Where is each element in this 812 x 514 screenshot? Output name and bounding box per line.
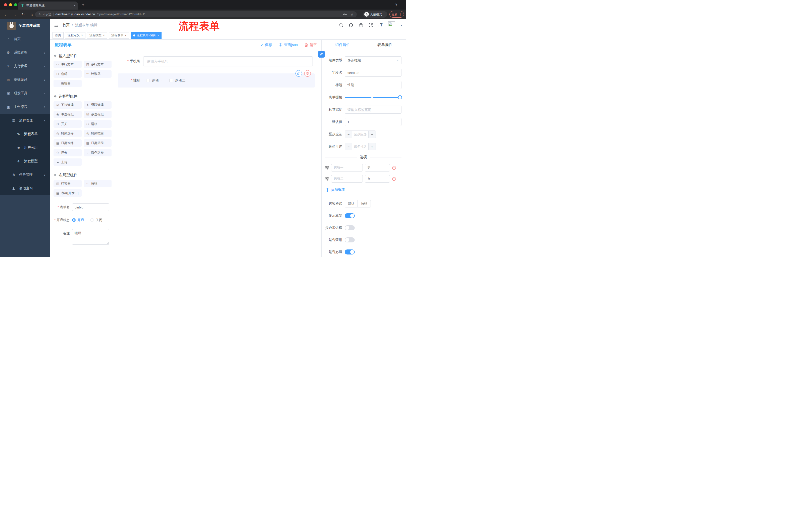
component-item[interactable]: ◫ 行容器 (54, 180, 82, 187)
collapse-sidebar-icon[interactable] (54, 23, 59, 27)
field-name-input[interactable] (345, 69, 402, 77)
delete-component-button[interactable] (304, 70, 311, 77)
tag[interactable]: 流程表单 × (109, 32, 129, 39)
font-size-icon[interactable]: TT (378, 23, 383, 27)
plus-button[interactable]: + (368, 143, 376, 150)
sidebar-item[interactable]: ⊞ 基础设施 ∨ (0, 73, 50, 86)
browser-tab[interactable]: 芋道管理系统 × (18, 1, 78, 9)
fullscreen-icon[interactable] (369, 23, 373, 27)
close-window-button[interactable] (4, 3, 7, 6)
sidebar-item[interactable]: ☻ 用户分组 (0, 141, 50, 154)
component-item[interactable]: ⊷ 滑块 (84, 120, 112, 128)
option-label-input[interactable] (331, 164, 363, 171)
sidebar-item[interactable]: ✎ 流程表单 (0, 127, 50, 141)
component-item[interactable]: ⊙ 开关 (54, 120, 82, 128)
tag-close-icon[interactable]: × (103, 34, 105, 37)
github-icon[interactable] (349, 23, 353, 28)
avatar[interactable] (388, 21, 395, 29)
option-value-input[interactable] (365, 164, 390, 171)
tag-close-icon[interactable]: × (157, 34, 159, 37)
tag[interactable]: 流程定义 × (65, 32, 85, 39)
question-icon[interactable] (359, 23, 363, 27)
panel-tab[interactable]: 组件属性 (322, 40, 364, 50)
tab-close-icon[interactable]: × (74, 4, 76, 7)
sidebar-item[interactable]: ⚙ 系统管理 ∨ (0, 46, 50, 59)
component-item[interactable]: ◷ 时间选择 (54, 130, 82, 137)
checkbox-option[interactable]: 选项一 (146, 78, 162, 83)
max-select-input[interactable] (352, 143, 368, 150)
reload-icon[interactable]: ↻ (21, 12, 26, 17)
component-type-select[interactable]: 多选框组 ∨ (345, 56, 402, 64)
label-width-input[interactable] (345, 106, 402, 114)
toggle-switch[interactable] (345, 213, 355, 218)
radio-option[interactable]: 关闭 (90, 218, 102, 222)
form-canvas[interactable]: 手机号 (115, 50, 321, 257)
avatar-caret-icon[interactable]: ▾ (401, 24, 402, 27)
forward-icon[interactable]: → (12, 12, 17, 17)
sidebar-item[interactable]: ⋔ 任务管理 ∨ (0, 168, 50, 182)
option-label-input[interactable] (331, 175, 363, 183)
grid-slider[interactable] (345, 93, 402, 101)
tag-close-icon[interactable]: × (125, 34, 127, 37)
default-value-input[interactable] (345, 118, 402, 126)
breadcrumb-home[interactable]: 首页 (63, 23, 69, 27)
clear-button[interactable]: 清空 (304, 43, 317, 47)
phone-field[interactable]: 手机号 (122, 56, 313, 66)
bookmark-star-icon[interactable]: ☆ (350, 12, 354, 17)
tag-close-icon[interactable]: × (81, 34, 83, 37)
drag-handle-icon[interactable] (325, 177, 329, 181)
add-option-button[interactable]: 添加选项 (326, 188, 402, 192)
component-item[interactable]: ⋔ 级联选择 (84, 101, 112, 109)
minimize-window-button[interactable] (9, 3, 12, 6)
component-item[interactable]: ⊡ 密码 (54, 70, 82, 78)
link-badge[interactable] (318, 51, 325, 58)
view-json-button[interactable]: 查看json (279, 43, 298, 47)
minus-button[interactable]: − (345, 131, 352, 138)
option-value-input[interactable] (365, 175, 390, 183)
tag[interactable]: 首页 (53, 32, 63, 39)
gender-field-selected[interactable]: 性别 选项一 选项二 (118, 74, 315, 87)
save-button[interactable]: ✓ 保存 (261, 43, 272, 47)
panel-tab[interactable]: 表单属性 (364, 40, 406, 50)
toggle-switch[interactable] (345, 225, 355, 231)
sidebar-item[interactable]: ▣ 研发工具 ∨ (0, 86, 50, 100)
component-item[interactable]: ☞ 按钮 (84, 180, 112, 187)
remove-option-button[interactable] (392, 166, 396, 170)
copy-component-button[interactable] (295, 70, 302, 77)
sidebar-item[interactable]: ✈ 流程模型 (0, 154, 50, 168)
phone-input[interactable] (143, 56, 313, 66)
component-item[interactable]: ◎ 下拉选择 (54, 101, 82, 109)
tag[interactable]: 流程模型 × (87, 32, 107, 39)
component-item[interactable]: ▩ 日期范围 (84, 139, 112, 147)
title-input[interactable] (345, 81, 402, 89)
checkbox-option[interactable]: 选项二 (169, 78, 185, 83)
option-style-button[interactable]: 按钮 (358, 200, 371, 208)
option-style-button[interactable]: 默认 (345, 200, 358, 208)
update-button[interactable]: 更新 ⋮ (389, 11, 404, 18)
sidebar-item[interactable]: ▣ 工作流程 ∧ (0, 100, 50, 114)
remove-option-button[interactable] (392, 177, 396, 181)
toggle-switch[interactable] (345, 237, 355, 242)
search-icon[interactable] (339, 23, 343, 27)
component-item[interactable]: ▦ 表格[开发中] (54, 189, 82, 197)
component-item[interactable]: ☑ 多选框组 (84, 111, 112, 118)
drag-handle-icon[interactable] (325, 166, 329, 170)
min-select-input[interactable] (352, 131, 368, 138)
form-name-input[interactable] (72, 204, 109, 211)
sidebar-item[interactable]: ◔ 首页 (0, 32, 50, 46)
plus-button[interactable]: + (368, 131, 376, 138)
sidebar-item[interactable]: ♟ 请假查询 (0, 182, 50, 195)
address-bar[interactable]: ⚠ 不安全 dashboard.yudao.iocoder.cn /bpm/ma… (35, 11, 357, 17)
maximize-window-button[interactable] (14, 3, 17, 6)
form-remark-textarea[interactable] (72, 229, 109, 245)
sidebar-item[interactable]: ¥ 支付管理 ∨ (0, 59, 50, 73)
home-icon[interactable]: ⌂ (29, 12, 34, 17)
key-icon[interactable] (343, 12, 347, 16)
tab-overflow-icon[interactable]: ∨ (395, 2, 398, 6)
slider-handle[interactable] (398, 95, 402, 99)
back-icon[interactable]: ← (3, 12, 8, 17)
component-item[interactable]: ¹²³ 计数器 (84, 70, 112, 78)
minus-button[interactable]: − (345, 143, 352, 150)
component-item[interactable]: ◉ 单选框组 (54, 111, 82, 118)
sidebar-item[interactable]: ≣ 流程管理 ∧ (0, 114, 50, 127)
